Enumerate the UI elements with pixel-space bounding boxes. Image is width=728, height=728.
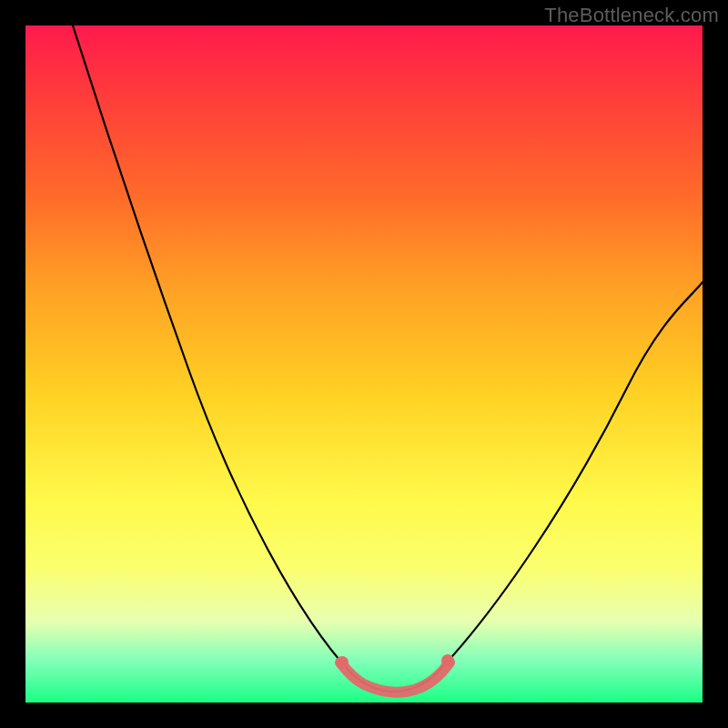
highlight-dot-left	[336, 656, 349, 669]
plot-area	[25, 25, 703, 703]
curve-highlight-segment	[340, 662, 450, 693]
curve-right-branch	[437, 282, 703, 673]
highlight-dot-right	[441, 654, 454, 667]
curve-left-branch	[73, 25, 351, 673]
chart-frame: TheBottleneck.com	[0, 0, 728, 728]
watermark-text: TheBottleneck.com	[544, 4, 719, 27]
bottleneck-curve	[25, 25, 703, 703]
